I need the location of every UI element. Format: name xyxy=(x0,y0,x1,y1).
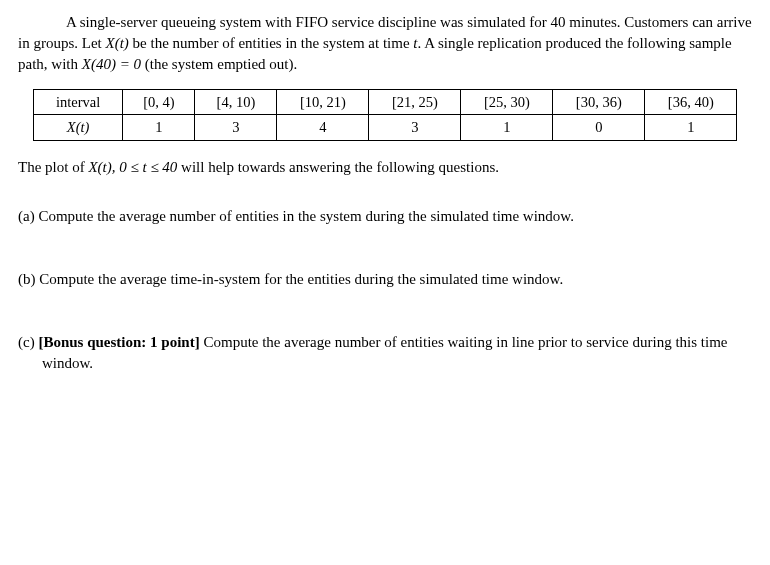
xt-var: X(t) xyxy=(106,35,129,51)
question-label: (b) xyxy=(18,271,39,287)
value-cell: 3 xyxy=(195,115,277,140)
xt-label: X(t) xyxy=(33,115,123,140)
interval-cell: [4, 10) xyxy=(195,90,277,115)
hint-text-a: The plot of xyxy=(18,159,88,175)
sample-path-table: interval [0, 4) [4, 10) [10, 21) [21, 25… xyxy=(33,89,738,141)
interval-cell: [21, 25) xyxy=(369,90,461,115)
question-label: (c) xyxy=(18,334,38,350)
interval-cell: [36, 40) xyxy=(645,90,737,115)
interval-cell: [10, 21) xyxy=(277,90,369,115)
hint-fn: X(t), 0 ≤ t ≤ 40 xyxy=(88,159,177,175)
question-b: (b) Compute the average time-in-system f… xyxy=(18,269,752,290)
intro-text-d: (the system emptied out). xyxy=(141,56,297,72)
interval-label: interval xyxy=(33,90,123,115)
question-text: Compute the average time-in-system for t… xyxy=(39,271,563,287)
question-label: (a) xyxy=(18,208,38,224)
value-cell: 3 xyxy=(369,115,461,140)
question-text: Compute the average number of entities i… xyxy=(38,208,574,224)
value-cell: 1 xyxy=(645,115,737,140)
x40-cond: X(40) = 0 xyxy=(82,56,141,72)
interval-cell: [25, 30) xyxy=(461,90,553,115)
value-cell: 4 xyxy=(277,115,369,140)
question-a: (a) Compute the average number of entiti… xyxy=(18,206,752,227)
value-cell: 1 xyxy=(461,115,553,140)
bonus-label: [Bonus question: 1 point] xyxy=(38,334,199,350)
value-cell: 0 xyxy=(553,115,645,140)
value-cell: 1 xyxy=(123,115,195,140)
intro-text-b: be the number of entities in the system … xyxy=(129,35,414,51)
table-row: interval [0, 4) [4, 10) [10, 21) [21, 25… xyxy=(33,90,737,115)
table-row: X(t) 1 3 4 3 1 0 1 xyxy=(33,115,737,140)
interval-cell: [0, 4) xyxy=(123,90,195,115)
interval-cell: [30, 36) xyxy=(553,90,645,115)
question-c: (c) [Bonus question: 1 point] Compute th… xyxy=(18,332,752,374)
intro-paragraph: A single-server queueing system with FIF… xyxy=(18,12,752,75)
hint-paragraph: The plot of X(t), 0 ≤ t ≤ 40 will help t… xyxy=(18,157,752,178)
hint-text-b: will help towards answering the followin… xyxy=(177,159,499,175)
